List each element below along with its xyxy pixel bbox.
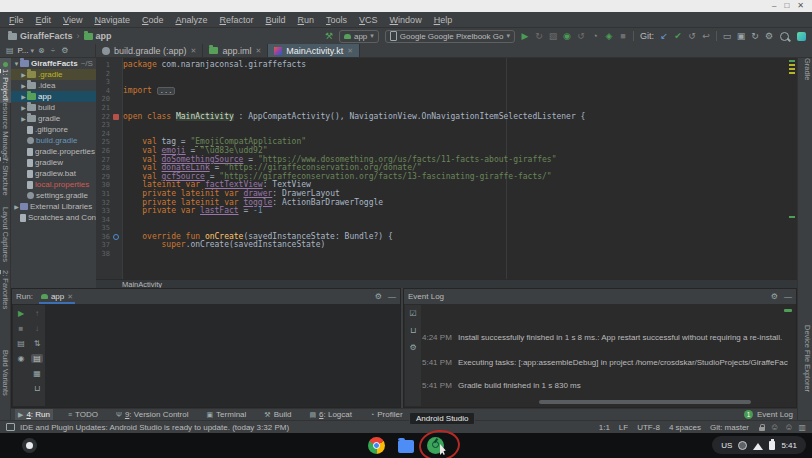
- mark-all-read-icon[interactable]: ☑: [409, 309, 416, 318]
- event-log-entries[interactable]: 4:24 PMInstall successfully finished in …: [422, 305, 788, 399]
- code-line[interactable]: 1package com.naranjaconsal.giraffefacts: [96, 61, 797, 70]
- tab-app-iml[interactable]: app.iml✕: [203, 44, 268, 57]
- override-gutter-icon[interactable]: [113, 234, 119, 240]
- menu-view[interactable]: View: [58, 14, 87, 26]
- menu-refactor[interactable]: Refactor: [215, 14, 259, 26]
- menu-run[interactable]: Run: [293, 14, 320, 26]
- toolwindow-toggle-icon[interactable]: [6, 423, 15, 431]
- settings-icon[interactable]: ⚙: [375, 292, 382, 301]
- stop-icon[interactable]: ■: [15, 324, 27, 333]
- tree-item-external-libraries[interactable]: ▶External Libraries: [11, 201, 96, 212]
- rail-2-favorites[interactable]: 2: Favorites: [0, 268, 11, 311]
- close-button[interactable]: ✕: [797, 2, 804, 10]
- settings-icon[interactable]: ⚙: [771, 292, 778, 301]
- highlight-level-icon[interactable]: ☺: [770, 423, 779, 432]
- code-editor[interactable]: 1package com.naranjaconsal.giraffefacts2…: [96, 58, 797, 279]
- stripe-mark[interactable]: [789, 60, 795, 62]
- status-widget-lf[interactable]: LF: [619, 423, 628, 432]
- menu-build[interactable]: Build: [261, 14, 291, 26]
- menu-file[interactable]: File: [4, 14, 29, 26]
- apply-code-changes-icon[interactable]: ↺: [574, 29, 588, 43]
- run-console-output[interactable]: [45, 305, 399, 406]
- class-gutter-icon[interactable]: [113, 114, 119, 120]
- tree-item-build[interactable]: ▶build: [11, 102, 96, 113]
- tab-mainactivity-kt[interactable]: MainActivity.kt✕: [268, 44, 360, 57]
- code-line[interactable]: 22open class MainActivity : AppCompatAct…: [96, 113, 797, 122]
- event-log-button[interactable]: 1 Event Log: [744, 410, 797, 419]
- tree-item--gitignore[interactable]: .gitignore: [11, 124, 96, 135]
- make-project-hammer-icon[interactable]: ⚒: [322, 29, 336, 43]
- expand-arrow-icon[interactable]: ▶: [20, 71, 27, 78]
- minimize-icon[interactable]: —: [388, 292, 396, 301]
- system-tray[interactable]: US 5:41: [712, 436, 806, 454]
- code-line[interactable]: 38: [96, 250, 797, 259]
- error-stripe[interactable]: [789, 58, 795, 279]
- breadcrumb-app[interactable]: app: [84, 31, 112, 41]
- menu-code[interactable]: Code: [137, 14, 169, 26]
- status-message[interactable]: IDE and Plugin Updates: Android Studio i…: [6, 423, 289, 432]
- clear-all-icon[interactable]: ⊔: [31, 384, 43, 393]
- stripe-mark[interactable]: [789, 216, 795, 218]
- code-line[interactable]: 23: [96, 121, 797, 130]
- toolwindow-button-4-run[interactable]: ▶4: Run: [15, 409, 53, 420]
- stop-icon[interactable]: ■: [616, 29, 630, 43]
- code-line[interactable]: 37 super.onCreate(savedInstanceState): [96, 241, 797, 250]
- status-widget-1-1[interactable]: 1:1: [599, 423, 610, 432]
- expand-arrow-icon[interactable]: ▼: [13, 61, 20, 67]
- menu-window[interactable]: Window: [385, 14, 427, 26]
- status-widget-utf-8[interactable]: UTF-8: [637, 423, 660, 432]
- clear-log-icon[interactable]: ⊔: [410, 326, 416, 335]
- close-icon[interactable]: ✕: [255, 47, 261, 55]
- menu-navigate[interactable]: Navigate: [89, 14, 135, 26]
- git-update-icon[interactable]: ↙: [657, 29, 671, 43]
- toolwindow-button-6-logcat[interactable]: ▤6: Logcat: [306, 409, 355, 420]
- horizontal-scrollbar[interactable]: [539, 400, 751, 404]
- rerun-icon[interactable]: ▶: [15, 309, 27, 318]
- editor-breadcrumb[interactable]: MainActivity: [96, 279, 797, 288]
- stripe-mark[interactable]: [789, 68, 795, 70]
- menu-analyze[interactable]: Analyze: [170, 14, 212, 26]
- sdk-manager-icon[interactable]: ⚙: [762, 29, 776, 43]
- code-line[interactable]: 2: [96, 70, 797, 79]
- stripe-mark[interactable]: [789, 72, 795, 74]
- tree-item-build-gradle[interactable]: build.gradle: [11, 135, 96, 146]
- memory-indicator-icon[interactable]: ▥: [798, 423, 806, 432]
- files-app-icon[interactable]: [398, 440, 414, 453]
- up-stack-trace-icon[interactable]: ↑: [31, 309, 43, 318]
- restore-button[interactable]: □: [784, 2, 789, 10]
- rail-7-structure[interactable]: 7: Structure: [0, 155, 11, 198]
- inspection-profile-icon[interactable]: ☺: [784, 423, 793, 432]
- git-commit-icon[interactable]: ✔: [671, 29, 685, 43]
- settings-icon[interactable]: ⚙: [59, 46, 70, 55]
- tree-item-local-properties[interactable]: local.properties: [11, 179, 96, 190]
- run-icon[interactable]: ▶: [518, 29, 532, 43]
- stripe-mark[interactable]: [789, 64, 795, 66]
- toolbar-widget-icon[interactable]: [797, 32, 806, 41]
- pin-icon[interactable]: ◉: [15, 354, 27, 363]
- expand-arrow-icon[interactable]: ▶: [20, 93, 27, 100]
- rail-build-variants[interactable]: Build Variants: [0, 348, 11, 398]
- scroll-to-end-icon[interactable]: ▤: [31, 354, 43, 363]
- tree-item-gradle-properties[interactable]: gradle.properties: [11, 146, 96, 157]
- tree-item-gradlew-bat[interactable]: gradlew.bat: [11, 168, 96, 179]
- code-line[interactable]: 34: [96, 216, 797, 225]
- debug-icon[interactable]: ◉: [560, 29, 574, 43]
- sync-gradle-icon[interactable]: ↻: [748, 29, 762, 43]
- rail-gradle[interactable]: Gradle: [800, 58, 812, 81]
- down-stack-trace-icon[interactable]: ↓: [31, 324, 43, 333]
- chrome-app-icon[interactable]: [368, 437, 385, 454]
- status-widget-git-master[interactable]: Git: master: [710, 423, 749, 432]
- coverage-icon[interactable]: ▨: [546, 29, 560, 43]
- log-settings-icon[interactable]: ⚙: [409, 343, 416, 352]
- minimize-button[interactable]: –: [772, 2, 776, 10]
- git-history-icon[interactable]: ↺: [685, 29, 699, 43]
- close-icon[interactable]: ✕: [67, 293, 73, 301]
- attach-debugger-icon[interactable]: ◈: [602, 29, 616, 43]
- locate-file-icon[interactable]: ⊗: [36, 46, 47, 55]
- code-line[interactable]: 33 private var lastFact = -1: [96, 207, 797, 216]
- expand-arrow-icon[interactable]: ▶: [20, 82, 27, 89]
- tab-build-gradle-app-[interactable]: build.gradle (:app)✕: [96, 44, 203, 57]
- tree-item-gradle[interactable]: ▶gradle: [11, 113, 96, 124]
- device-manager-icon[interactable]: ▭: [720, 29, 734, 43]
- close-icon[interactable]: ✕: [347, 47, 353, 55]
